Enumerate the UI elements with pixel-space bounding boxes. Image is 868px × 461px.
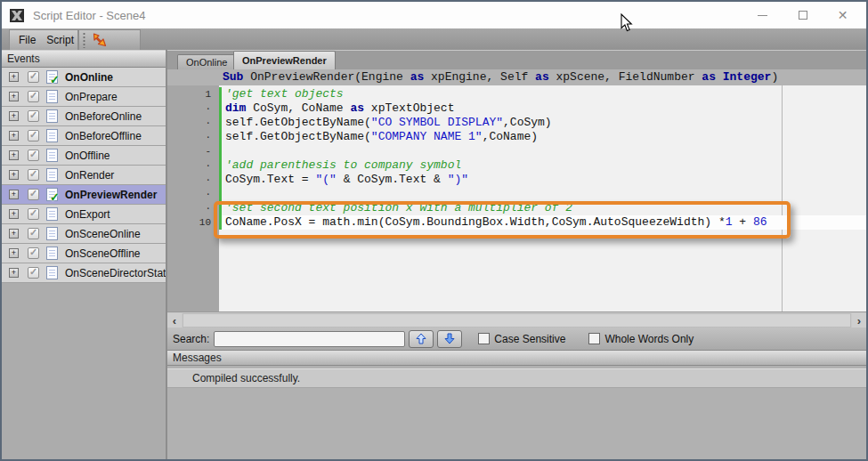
expand-plus-icon[interactable]: + <box>9 92 19 101</box>
script-document-icon <box>46 266 58 279</box>
case-sensitive-label: Case Sensitive <box>494 333 565 345</box>
code-line-3[interactable]: self.GetObjectByName("CO SYMBOL DISPLAY"… <box>219 116 866 130</box>
event-label: OnPreviewRender <box>65 189 157 201</box>
expand-plus-icon[interactable]: + <box>9 248 19 258</box>
events-panel-title: Events <box>7 53 40 65</box>
events-list: + OnOnline + OnPrepare + OnBeforeOnline … <box>2 68 166 283</box>
close-button[interactable]: ✕ <box>823 2 863 28</box>
code-token: "CO SYMBOL DISPLAY" <box>371 116 503 129</box>
code-line-2[interactable]: dim CoSym, CoName as xpTextObject <box>219 101 866 116</box>
event-row-onsceneoffline[interactable]: + OnSceneOffline <box>2 244 166 263</box>
code-line-4[interactable]: self.GetObjectByName("COMPANY NAME 1",Co… <box>219 130 866 144</box>
case-sensitive-checkbox[interactable] <box>478 333 490 344</box>
horizontal-scrollbar[interactable]: ‹ › <box>167 311 866 328</box>
event-enabled-checkbox[interactable] <box>28 150 39 161</box>
event-row-ononline[interactable]: + OnOnline <box>2 68 166 87</box>
maximize-button[interactable] <box>783 2 823 28</box>
code-token: xpTextObject <box>364 101 454 115</box>
code-editor[interactable]: 1···-····10 'get text objectsdim CoSym, … <box>167 85 866 311</box>
event-row-onsceneonline[interactable]: + OnSceneOnline <box>2 224 166 244</box>
event-enabled-checkbox[interactable] <box>28 267 39 279</box>
message-row: Compiled successfully. <box>167 368 866 388</box>
event-label: OnBeforeOffline <box>65 130 142 142</box>
toolbar <box>78 29 141 50</box>
code-line-6[interactable]: 'add parenthesis to company symbol <box>219 158 866 173</box>
event-row-onprepare[interactable]: + OnPrepare <box>2 87 166 107</box>
event-label: OnBeforeOnline <box>65 110 142 123</box>
event-label: OnOffline <box>65 150 110 162</box>
event-row-onscenedirectorstate[interactable]: + OnSceneDirectorState <box>2 263 166 283</box>
search-label: Search: <box>173 333 209 345</box>
event-enabled-checkbox[interactable] <box>28 91 39 102</box>
event-enabled-checkbox[interactable] <box>28 208 39 220</box>
events-panel: Events + OnOnline + OnPrepare + OnBefore… <box>2 50 166 459</box>
event-enabled-checkbox[interactable] <box>28 247 39 259</box>
event-row-onexport[interactable]: + OnExport <box>2 205 166 224</box>
messages-list: Compiled successfully. <box>167 366 866 459</box>
tab-onpreviewrender[interactable]: OnPreviewRender <box>233 51 336 69</box>
event-row-onbeforeonline[interactable]: + OnBeforeOnline <box>2 107 166 126</box>
expand-plus-icon[interactable]: + <box>9 111 19 121</box>
minimize-button[interactable] <box>742 2 783 28</box>
code-token: xpScene, FieldNumber <box>549 70 702 84</box>
code-token: 'add parenthesis to company symbol <box>225 158 461 172</box>
scroll-left-button[interactable]: ‹ <box>167 313 182 328</box>
script-document-icon <box>46 129 58 142</box>
code-token <box>716 70 723 84</box>
tab-ononline[interactable]: OnOnline <box>177 54 236 69</box>
scrollbar-thumb[interactable] <box>183 313 851 328</box>
search-next-button[interactable] <box>437 330 462 348</box>
event-enabled-checkbox[interactable] <box>28 228 39 239</box>
event-enabled-checkbox[interactable] <box>28 71 39 83</box>
code-token: CoSym.Text = <box>225 173 315 186</box>
expand-plus-icon[interactable]: + <box>9 229 19 239</box>
search-previous-button[interactable] <box>409 330 434 348</box>
event-enabled-checkbox[interactable] <box>28 169 39 181</box>
script-document-icon <box>46 149 58 162</box>
whole-words-checkbox[interactable] <box>588 333 600 344</box>
expand-plus-icon[interactable]: + <box>9 209 19 219</box>
editor-tab-bar: OnOnlineOnPreviewRender <box>167 50 866 69</box>
event-row-onoffline[interactable]: + OnOffline <box>2 146 166 166</box>
code-line-1[interactable]: 'get text objects <box>219 87 866 101</box>
script-document-icon <box>46 188 58 201</box>
minimize-icon <box>758 15 767 16</box>
code-token: ,CoName) <box>483 130 538 143</box>
code-token: Sub <box>223 70 250 84</box>
event-row-onrender[interactable]: + OnRender <box>2 166 166 185</box>
event-enabled-checkbox[interactable] <box>28 110 39 122</box>
toolbar-grip-handle[interactable] <box>82 32 86 48</box>
search-input[interactable] <box>214 331 405 347</box>
code-line-8[interactable] <box>219 187 866 201</box>
scroll-right-button[interactable]: › <box>852 313 866 328</box>
events-panel-header: Events <box>2 50 166 68</box>
script-document-icon <box>46 109 58 123</box>
code-token: Integer <box>723 70 772 84</box>
menu-bar: FileScript <box>9 29 78 50</box>
event-row-onbeforeoffline[interactable]: + OnBeforeOffline <box>2 126 166 146</box>
title-bar[interactable]: Script Editor - Scene4 ✕ <box>2 2 866 28</box>
code-line-5[interactable] <box>219 144 866 158</box>
menu-item-file[interactable]: File <box>19 34 36 46</box>
expand-plus-icon[interactable]: + <box>9 268 19 278</box>
code-line-7[interactable]: CoSym.Text = "(" & CoSym.Text & ")" <box>219 173 866 187</box>
event-label: OnSceneOffline <box>65 247 141 260</box>
event-enabled-checkbox[interactable] <box>28 189 39 200</box>
menu-item-script[interactable]: Script <box>46 34 74 46</box>
search-bar: Search: Case Sensitive Whole Words Only <box>167 328 866 350</box>
expand-plus-icon[interactable]: + <box>9 190 19 199</box>
event-label: OnSceneOnline <box>65 228 141 240</box>
whole-words-label: Whole Words Only <box>604 333 694 345</box>
expand-plus-icon[interactable]: + <box>9 131 19 141</box>
code-token: as <box>350 101 364 115</box>
run-script-button[interactable] <box>92 32 108 48</box>
chevron-left-icon: ‹ <box>173 314 176 328</box>
event-enabled-checkbox[interactable] <box>28 130 39 142</box>
expand-plus-icon[interactable]: + <box>9 72 19 82</box>
expand-plus-icon[interactable]: + <box>9 170 19 180</box>
expand-plus-icon[interactable]: + <box>9 150 19 160</box>
event-label: OnPrepare <box>65 91 118 103</box>
event-row-onpreviewrender[interactable]: + OnPreviewRender <box>2 185 166 205</box>
code-token: OnPreviewRender(Engine <box>250 70 410 84</box>
event-label: OnSceneDirectorState <box>65 267 172 279</box>
